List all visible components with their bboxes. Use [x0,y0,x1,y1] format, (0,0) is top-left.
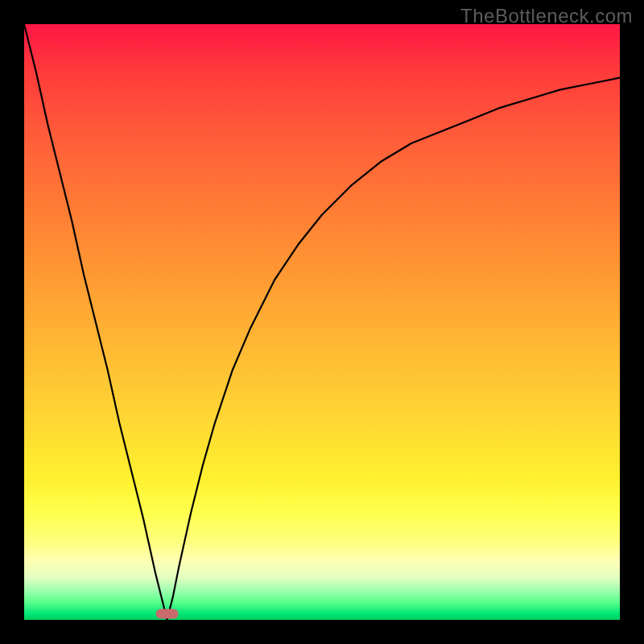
plot-area [24,24,620,620]
curve-layer [24,24,620,620]
curve-left-branch [24,24,167,620]
chart-frame: TheBottleneck.com [0,0,644,644]
min-marker [156,609,179,619]
watermark-text: TheBottleneck.com [460,5,633,27]
curve-right-branch [167,78,620,620]
